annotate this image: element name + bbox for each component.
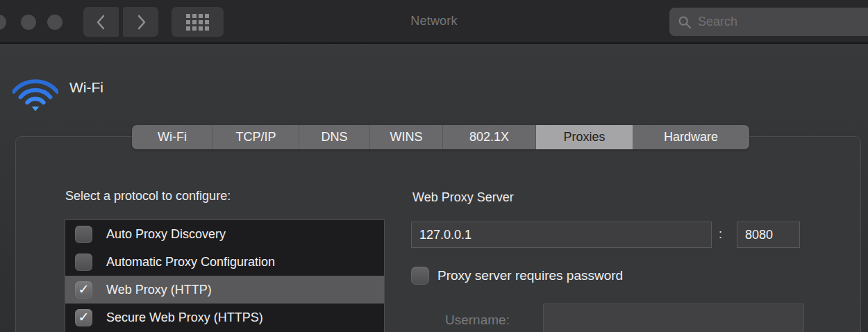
search-field[interactable] (669, 8, 868, 36)
web-proxy-server-heading: Web Proxy Server (412, 190, 514, 205)
tab-hardware[interactable]: Hardware (633, 125, 749, 149)
protocol-row-automatic-proxy-configuration[interactable]: ✓ Automatic Proxy Configuration (65, 248, 384, 276)
secure-web-proxy-https-checkbox[interactable]: ✓ (75, 309, 92, 326)
protocol-row-auto-proxy-discovery[interactable]: ✓ Auto Proxy Discovery (65, 220, 384, 248)
proxy-server-port-field[interactable] (737, 222, 800, 248)
checkmark-icon: ✓ (78, 283, 90, 296)
web-proxy-http-checkbox[interactable]: ✓ (75, 281, 92, 299)
connection-name: Wi-Fi (69, 79, 103, 96)
network-preferences-window: Network Wi-Fi Wi-Fi TCP/IP DNS WINS 802.… (0, 0, 868, 332)
host-port-separator: : (719, 227, 722, 242)
protocol-label: Automatic Proxy Configuration (106, 255, 275, 269)
tab-wins[interactable]: WINS (370, 125, 443, 149)
protocol-list: ✓ Auto Proxy Discovery ✓ Automatic Proxy… (65, 219, 385, 332)
connection-header: Wi-Fi (12, 68, 221, 111)
tab-8021x[interactable]: 802.1X (443, 125, 536, 149)
search-input[interactable] (698, 15, 851, 29)
tab-wifi[interactable]: Wi-Fi (132, 125, 213, 149)
username-label: Username: (445, 313, 510, 328)
tab-proxies[interactable]: Proxies (536, 125, 633, 149)
titlebar: Network (0, 0, 868, 44)
tab-dns[interactable]: DNS (299, 125, 370, 149)
tab-bar: Wi-Fi TCP/IP DNS WINS 802.1X Proxies Har… (132, 125, 749, 149)
protocol-list-heading: Select a protocol to configure: (65, 189, 231, 204)
protocol-label: Auto Proxy Discovery (106, 227, 226, 242)
protocol-row-secure-web-proxy-https[interactable]: ✓ Secure Web Proxy (HTTPS) (65, 304, 384, 331)
tab-tcpip[interactable]: TCP/IP (213, 125, 299, 149)
automatic-proxy-configuration-checkbox[interactable]: ✓ (75, 254, 92, 271)
protocol-label: Secure Web Proxy (HTTPS) (106, 310, 263, 325)
search-icon (678, 15, 692, 29)
password-required-row: ✓ Proxy server requires password (411, 267, 623, 285)
checkmark-icon: ✓ (78, 310, 90, 324)
proxy-password-checkbox[interactable]: ✓ (411, 267, 429, 285)
username-field[interactable] (543, 304, 804, 332)
protocol-label: Web Proxy (HTTP) (106, 283, 212, 297)
protocol-row-web-proxy-http[interactable]: ✓ Web Proxy (HTTP) (65, 276, 384, 304)
auto-proxy-discovery-checkbox[interactable]: ✓ (75, 226, 92, 243)
proxy-server-address-field[interactable] (411, 222, 712, 248)
proxy-password-label: Proxy server requires password (437, 268, 623, 283)
wifi-icon (12, 69, 58, 111)
